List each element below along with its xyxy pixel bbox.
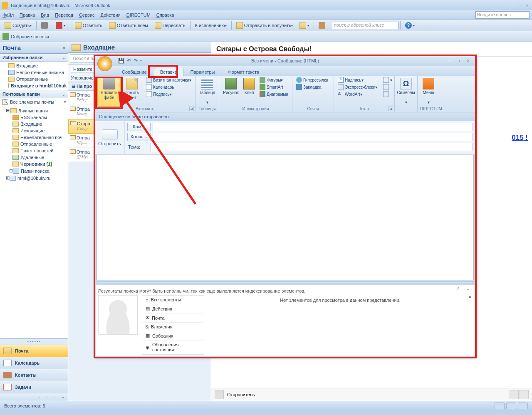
view-1[interactable] [495,403,505,409]
menu-edit[interactable]: Правка [20,12,35,17]
fav-unread[interactable]: Непрочтенные письма [0,69,68,76]
table-button[interactable]: Таблица▾ [198,77,216,107]
tab-meetings[interactable]: ▦Собрания [142,331,204,340]
compose-body[interactable] [97,155,474,280]
fav-sent[interactable]: Отправленные [0,76,68,82]
all-mail-items[interactable]: 🔍Все элементы почты▾ [0,98,68,106]
clip-button[interactable]: Клип [241,77,257,107]
help-search-input[interactable]: Введите вопрос [475,11,530,19]
address-search-input[interactable]: поиск в адресной книге [332,22,398,29]
window-controls[interactable]: — ▫ × [511,3,530,8]
view-2[interactable] [506,403,516,409]
menu-go[interactable]: Переход [55,12,73,17]
tab-format[interactable]: Формат текста [222,68,265,76]
tree-outbox[interactable]: Исходящие [0,127,68,134]
forward-button[interactable]: Переслать [152,21,188,30]
nav-title[interactable]: Почта [0,42,68,54]
action-2[interactable] [520,390,529,399]
menu-actions[interactable]: Действия [101,12,121,17]
module-tasks[interactable]: Задачи [0,381,68,393]
menu-file[interactable]: Файл [2,12,14,17]
nav-splitter[interactable]: • • • • • • [0,338,68,345]
send-receive-button[interactable]: Отправить и получить [233,21,296,30]
text-dialog-launcher[interactable]: ◢ [388,107,393,111]
directum-menu-button[interactable]: Меню▾ [420,77,437,107]
biz-card-button[interactable]: Визитная карточка ▾ [145,77,193,83]
menu-service[interactable]: Сервис [79,12,95,17]
tree-search-folders[interactable]: ⊞ Папки поиска [0,167,68,174]
menu-directum[interactable]: DIRECTUM [126,12,151,17]
redo-icon[interactable]: ↷ [134,58,138,64]
address-book-button[interactable] [316,21,329,30]
reply-all-button[interactable]: Ответить всем [106,21,151,30]
fav-account-inbox[interactable]: Входящие в html@10buk [0,82,68,89]
tab-all-items[interactable]: ⌂Все элементы [142,296,204,304]
warning-close[interactable]: × [469,294,471,299]
object-button[interactable] [382,91,393,97]
tree-drafts[interactable]: Черновики [1] [0,161,68,167]
fav-inbox[interactable]: Входящие [0,62,68,69]
tree-inbox[interactable]: Входящие [0,121,68,127]
tab-status[interactable]: ◉Обновления состояния [142,340,204,354]
menu-view[interactable]: Вид [41,12,49,17]
tree-account[interactable]: ⊞ html@10bukv.ru [0,174,68,181]
online-meeting-button[interactable]: Собрание по сети [2,33,49,40]
subject-input[interactable] [151,143,473,151]
followup-button[interactable]: К исполнению [192,22,230,29]
tree-personal[interactable]: ⊟ Личные папки [0,107,68,114]
module-contacts[interactable]: Контакты [0,369,68,381]
quick-parts-button[interactable]: Экспресс-блоки ▾ [337,84,379,90]
hyperlink-button[interactable]: Гиперссылка [295,77,329,83]
print-button[interactable] [38,21,52,30]
to-button[interactable]: Ком... [127,123,151,131]
tree-rss[interactable]: RSS-каналы [0,114,68,121]
cc-input[interactable] [153,133,473,141]
help-button[interactable]: ? [402,21,418,30]
wordart-button[interactable]: AWordArt ▾ [337,91,379,97]
attach-file-button[interactable]: Вложить файл [97,77,121,107]
new-button[interactable]: Создать [2,21,35,30]
tab-options[interactable]: Параметры [184,68,221,76]
compose-window-controls[interactable]: — ▫ × [447,58,472,64]
fav-folders-header[interactable]: Избранные папки [0,54,68,62]
tab-message[interactable]: Сообщение [116,68,153,76]
module-calendar[interactable]: Календарь [0,357,68,369]
delete-dropdown[interactable] [53,21,68,30]
year-link[interactable]: 015 ! [512,134,528,142]
dropcap-button[interactable]: ▾ [382,77,393,83]
compose-splitter[interactable] [97,281,474,284]
mailbox-dropdown[interactable] [297,21,312,30]
tab-insert[interactable]: Вставка [154,68,183,76]
compose-title-bar[interactable]: 💾 ↶ ↷ ▾ Без имени - Сообщение (HTML) — ▫… [95,55,475,66]
symbols-button[interactable]: ΩСимволы▾ [397,77,415,107]
bookmark-button[interactable]: Закладка [295,84,329,90]
tree-sent[interactable]: Отправленные [0,141,68,147]
cc-button[interactable]: Копия... [127,133,151,141]
view-3[interactable] [518,403,528,409]
send-button[interactable]: Отправить [95,121,125,154]
date-button[interactable] [382,84,393,90]
signature-button[interactable]: Подпись ▾ [145,91,193,97]
action-1[interactable] [510,390,519,399]
save-icon[interactable]: 💾 [118,58,124,64]
qat-more-icon[interactable]: ▾ [140,59,142,62]
nav-overflow[interactable]: ▫ ▫ ▫ » [0,393,68,401]
menu-help[interactable]: Справка [156,12,174,17]
reply-button[interactable]: Ответить [72,21,105,30]
chart-button[interactable]: Диаграмма [258,91,290,97]
picture-button[interactable]: Рисунок [222,77,240,107]
module-mail[interactable]: Почта [0,345,68,357]
include-dialog-launcher[interactable]: ◢ [189,107,194,111]
tree-junk[interactable]: Нежелательная поч [0,134,68,141]
to-input[interactable] [153,123,473,131]
tab-mail[interactable]: ✉Почта [142,313,204,323]
textbox-button[interactable]: AНадпись ▾ [337,77,379,83]
shapes-button[interactable]: Фигуры ▾ [258,77,290,83]
office-button[interactable] [97,56,112,71]
tab-actions[interactable]: ▤Действия [142,304,204,313]
tab-attachments[interactable]: ⎘Вложения [142,323,204,331]
people-expand[interactable]: ↗ ⌄ [456,286,472,291]
tree-deleted[interactable]: Удаленные [0,154,68,161]
mail-folders-header[interactable]: Почтовые папки [0,90,68,98]
tree-news[interactable]: Пакет новостей [0,147,68,154]
